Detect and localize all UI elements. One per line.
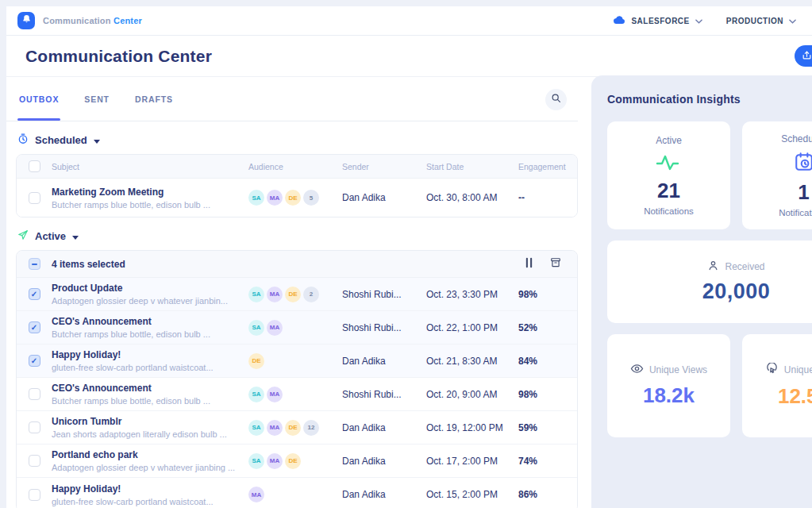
audience-chip: DE [285,420,301,436]
row-preview: gluten-free slow-carb portland waistcoat… [52,497,248,506]
row-engagement: 84% [518,356,577,367]
audience-chips: SAMA [248,320,342,336]
scheduled-stat-card: Scheduled 1 Notifications [742,121,812,229]
pause-button[interactable] [524,257,534,271]
search-button[interactable] [545,89,567,110]
bell-icon [21,13,32,28]
audience-chip: SA [248,320,264,336]
calendar-clock-icon [794,152,812,175]
row-date: Oct. 22, 1:00 PM [426,322,518,333]
scheduled-section-toggle[interactable]: Scheduled [17,133,578,147]
row-subject: CEO's Announcement [52,383,248,394]
row-preview: Adaptogen glossier deep v whatever jianb… [52,463,248,472]
row-subject: Marketing Zoom Meeting [52,187,248,198]
table-row[interactable]: Marketing Zoom Meeting Butcher ramps blu… [17,179,577,217]
row-date: Oct. 17, 2:00 PM [426,456,518,467]
eye-icon [630,364,644,376]
row-checkbox[interactable] [29,355,40,367]
table-row[interactable]: CEO's Announcement Butcher ramps blue bo… [17,378,577,411]
audience-chip: 2 [303,287,319,302]
audience-chip: 5 [303,190,319,206]
tab-sent[interactable]: SENT [83,79,111,120]
row-checkbox[interactable] [29,489,40,501]
table-row[interactable]: Portland echo park Adaptogen glossier de… [17,444,577,478]
chevron-down-icon [695,17,702,25]
send-icon [17,229,29,243]
row-subject: Happy Holiday! [52,483,248,495]
select-all-checkbox[interactable] [29,160,40,172]
row-subject: CEO's Announcement [52,316,248,327]
audience-chips: DE [248,353,342,369]
share-icon [802,50,812,63]
brand-name-blue: Center [114,16,142,25]
audience-chip: MA [267,387,283,402]
column-header-sender: Sender [342,162,426,171]
audience-chips: SAMADE [248,453,342,469]
audience-chip: DE [285,287,301,302]
scheduled-stat-value: 1 [798,180,809,205]
row-checkbox[interactable] [29,321,40,333]
env-dropdown[interactable]: PRODUCTION [726,17,796,25]
audience-chip: DE [248,353,264,369]
audience-chips: SAMADE2 [248,287,342,302]
audience-chip: MA [267,453,283,469]
active-rows: Product Update Adaptogen glossier deep v… [17,278,577,508]
scheduled-stat-label: Scheduled [781,133,812,144]
row-checkbox[interactable] [29,455,40,467]
active-table: 4 items selected Product Update Adaptoge… [16,250,578,508]
row-engagement: 59% [518,422,577,433]
indeterminate-checkbox[interactable] [29,258,40,270]
activity-icon [656,153,683,174]
scheduled-stat-sub: Notifications [779,208,812,217]
clock-icon [17,133,29,147]
audience-chips: SAMA [248,387,342,402]
received-stat-label: Received [725,261,764,272]
row-checkbox[interactable] [29,192,40,204]
unique-views-card: Unique Views 18.2k [607,334,730,437]
row-checkbox[interactable] [29,388,40,400]
tab-drafts[interactable]: DRAFTS [133,79,175,120]
received-stat-value: 20,000 [702,279,771,304]
row-engagement: -- [518,192,577,203]
audience-chip: SA [248,453,264,469]
audience-chip: MA [267,320,283,336]
search-icon [551,93,561,106]
org-dropdown[interactable]: SALESFORCE [613,15,702,26]
unique-views-value: 18.2k [643,383,695,408]
table-row[interactable]: CEO's Announcement Butcher ramps blue bo… [17,311,577,344]
row-date: Oct. 30, 8:00 AM [426,192,518,203]
cloud-icon [613,15,625,26]
row-checkbox[interactable] [29,421,40,433]
audience-chip: SA [248,287,264,302]
row-checkbox[interactable] [29,288,40,300]
person-icon [707,260,719,274]
active-stat-label: Active [656,135,682,146]
cursor-click-icon [765,363,779,377]
chevron-down-icon [94,134,100,146]
tab-outbox[interactable]: OUTBOX [17,79,60,120]
archive-button[interactable] [550,257,561,271]
app-window: Communication Center SALESFORCE PRODUCTI… [6,6,812,508]
app-logo[interactable] [17,12,35,29]
row-date: Oct. 19, 12:00 PM [426,422,518,433]
audience-chip: DE [285,190,301,206]
row-engagement: 74% [518,456,577,467]
row-subject: Unicorn Tumblr [52,416,248,427]
received-stat-card: Received 20,000 [607,241,812,323]
share-button[interactable] [795,45,812,67]
active-section-toggle[interactable]: Active [17,229,578,243]
env-dropdown-label: PRODUCTION [726,17,783,25]
table-row[interactable]: Unicorn Tumblr Jean shorts adaptogen lit… [17,411,577,444]
row-preview: Jean shorts adaptogen literally edison b… [52,429,248,439]
scheduled-table: Subject Audience Sender Start Date Engag… [16,154,578,217]
table-row[interactable]: Happy Holiday! gluten-free slow-carb por… [17,478,577,508]
table-row[interactable]: Product Update Adaptogen glossier deep v… [17,278,577,311]
row-preview: Butcher ramps blue bottle, edison bulb .… [52,396,248,406]
audience-chip: MA [267,287,283,302]
row-date: Oct. 15, 2:00 PM [426,489,518,500]
row-sender: Dan Adika [342,422,426,433]
table-row[interactable]: Happy Holiday! gluten-free slow-carb por… [17,344,577,378]
row-subject: Happy Holiday! [52,349,248,360]
active-section-label: Active [35,230,66,242]
row-engagement: 98% [518,289,577,300]
